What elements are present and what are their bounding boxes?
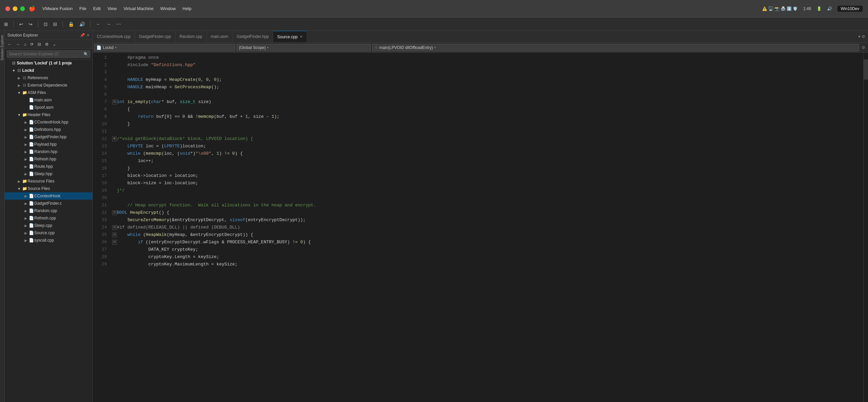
tab-source-cpp[interactable]: Source.cpp ✕ bbox=[273, 31, 307, 42]
settings-toolbar-icon[interactable]: ⚙ bbox=[860, 45, 867, 51]
se-refresh-btn[interactable]: ⟳ bbox=[29, 41, 35, 48]
list-item[interactable]: ▶ 📄 Random.hpp bbox=[5, 148, 92, 155]
fold-button[interactable]: ⊞ bbox=[112, 137, 117, 141]
file-icon: 📄 bbox=[28, 98, 34, 102]
code-editor[interactable]: #pragma once #include "Definitions.hpp" … bbox=[110, 53, 863, 402]
toolbar-forward[interactable]: ↪ bbox=[27, 20, 34, 28]
scope-dropdown-3[interactable]: ⊹ main(LPVOID dllOffloadEntry) ▾ bbox=[372, 44, 859, 51]
list-item[interactable]: ▼ 📁 Header Files bbox=[5, 111, 92, 119]
toolbar-left[interactable]: ← bbox=[95, 20, 102, 28]
list-item[interactable]: ▶ 📄 Payload.hpp bbox=[5, 141, 92, 148]
chevron-down-icon: ▼ bbox=[17, 187, 22, 191]
tab-gadgetfinderhpp[interactable]: GadgetFinder.hpp bbox=[232, 31, 273, 42]
code-token: )location; bbox=[180, 143, 206, 150]
toolbar-lock[interactable]: 🔒 bbox=[67, 20, 75, 28]
tab-random[interactable]: Random.cpp bbox=[175, 31, 207, 42]
toolbar-icon-3[interactable]: ⊟ bbox=[52, 20, 58, 28]
list-item[interactable]: 📄 main.asm bbox=[5, 96, 92, 104]
window-controls[interactable] bbox=[5, 6, 25, 11]
scope-dropdown-2[interactable]: (Global Scope) ▾ bbox=[237, 44, 371, 51]
tab-gadgetfinder[interactable]: GadgetFinder.cpp bbox=[135, 31, 175, 42]
fold-button[interactable]: ⊟ bbox=[112, 210, 117, 215]
list-item[interactable]: ▶ 📄 Definitions.hpp bbox=[5, 126, 92, 133]
close-button[interactable] bbox=[5, 6, 10, 11]
list-item[interactable]: ▶ 📄 Refresh.hpp bbox=[5, 155, 92, 163]
se-settings-btn[interactable]: ⚙ bbox=[43, 41, 51, 48]
toolbar-sound[interactable]: 🔊 bbox=[78, 20, 86, 28]
code-line: // Heap encrypt function. Walk all alloc… bbox=[110, 202, 863, 209]
scrollbar-track[interactable] bbox=[863, 53, 868, 402]
menu-edit[interactable]: Edit bbox=[93, 6, 100, 11]
editor-area: CContextHook.cpp GadgetFinder.cpp Random… bbox=[93, 31, 868, 402]
toolbar-more[interactable]: ⋯ bbox=[115, 20, 122, 28]
menu-virtual-machine[interactable]: Virtual Machine bbox=[124, 6, 154, 11]
list-item[interactable]: ⊟ Solution 'Lockd' (1 of 1 proje bbox=[5, 59, 92, 67]
scope-dropdown-1[interactable]: 📄 Lockd ▾ bbox=[94, 44, 235, 51]
list-item[interactable]: ▶ 📄 syscall.cpp bbox=[5, 237, 92, 244]
menu-help[interactable]: Help bbox=[182, 6, 191, 11]
tab-ccontexthook[interactable]: CContextHook.cpp bbox=[93, 31, 135, 42]
list-item[interactable]: ▼ 📁 ASM Files bbox=[5, 89, 92, 96]
list-item[interactable]: ▶ 📄 Route.hpp bbox=[5, 163, 92, 170]
tab-settings-icon[interactable]: ⚙ bbox=[862, 34, 865, 39]
se-tree[interactable]: ⊟ Solution 'Lockd' (1 of 1 proje ▼ ⊡ Loc… bbox=[5, 59, 92, 402]
list-item[interactable]: ▶ 📄 Sleep.hpp bbox=[5, 170, 92, 177]
close-icon[interactable]: ✕ bbox=[86, 33, 90, 38]
list-item[interactable]: ▶ 📄 Refresh.cpp bbox=[5, 214, 92, 222]
code-line: LPBYTE loc = (LPBYTE)location; bbox=[110, 143, 863, 150]
scrollbar-thumb[interactable] bbox=[864, 59, 868, 79]
scope-label-1: Lockd bbox=[103, 45, 114, 50]
file-icon: 📄 bbox=[28, 238, 34, 243]
menu-view[interactable]: View bbox=[107, 6, 117, 11]
list-item[interactable]: ▶ ⊟ External Dependencie bbox=[5, 81, 92, 89]
list-item[interactable]: ▶ 📄 Source.cpp bbox=[5, 229, 92, 237]
tab-mainasm[interactable]: main.asm bbox=[207, 31, 232, 42]
tab-dropdown-icon[interactable]: ▾ bbox=[858, 34, 860, 39]
fold-button[interactable]: ⊟ bbox=[112, 233, 117, 237]
minimize-button[interactable] bbox=[13, 6, 18, 11]
code-line: block->location = location; bbox=[110, 172, 863, 179]
fold-button[interactable]: ⊟ bbox=[112, 225, 117, 230]
list-item[interactable]: ▶ 📄 Sleep.cpp bbox=[5, 222, 92, 229]
toolbar-right[interactable]: → bbox=[105, 20, 112, 28]
code-line: ⊟ if ((entryEncryptDecrypt.wFlags & PROC… bbox=[110, 239, 863, 246]
menu-vmware[interactable]: VMware Fusion bbox=[42, 6, 72, 11]
search-input[interactable] bbox=[7, 50, 90, 58]
se-chevron-btn[interactable]: ⌄ bbox=[51, 41, 58, 48]
se-home-btn[interactable]: ⌂ bbox=[22, 41, 28, 48]
project-icon: ⊡ bbox=[16, 68, 22, 73]
toolbar-icon-1[interactable]: ⊞ bbox=[3, 20, 9, 28]
code-token: 0 bbox=[206, 76, 209, 83]
toolbar-back[interactable]: ↩ bbox=[18, 20, 25, 28]
list-item[interactable]: ▶ 📄 GadgetFinder.c bbox=[5, 200, 92, 207]
list-item[interactable]: ▶ 📄 GadgetFinder.hpp bbox=[5, 133, 92, 141]
fold-button[interactable]: ⊟ bbox=[112, 100, 117, 104]
fold-button[interactable]: ⊟ bbox=[112, 240, 117, 245]
maximize-button[interactable] bbox=[20, 6, 25, 11]
se-back-btn[interactable]: ← bbox=[6, 41, 13, 48]
code-token: cryptoKey.Length = keySize; bbox=[117, 253, 219, 261]
chevron-right-icon: ▶ bbox=[17, 179, 22, 183]
list-item[interactable]: ▼ 📁 Source Files bbox=[5, 185, 92, 192]
mac-volume: 🔊 bbox=[827, 6, 832, 11]
list-item[interactable]: 📄 Spoof.asm bbox=[5, 104, 92, 111]
menu-window[interactable]: Window bbox=[160, 6, 176, 11]
list-item[interactable]: ▼ ⊡ Lockd bbox=[5, 67, 92, 74]
sidebar-tab-label[interactable]: Solution Explorer bbox=[0, 34, 4, 62]
list-item[interactable]: ▶ 📄 CContextHook.hpp bbox=[5, 119, 92, 126]
code-token: cryptoKey.MaximumLength = keySize; bbox=[117, 261, 238, 268]
tab-close-icon[interactable]: ✕ bbox=[300, 35, 303, 39]
se-forward-btn[interactable]: → bbox=[14, 41, 22, 48]
code-line: SecureZeroMemory(&entryEncryptDecrypt, s… bbox=[110, 216, 863, 224]
list-item[interactable]: ▶ ⊟ References bbox=[5, 74, 92, 81]
pin-icon[interactable]: 📌 bbox=[80, 33, 85, 38]
toolbar-icon-2[interactable]: ⊡ bbox=[42, 20, 49, 28]
list-item[interactable]: ▶ 📄 CContextHook bbox=[5, 192, 92, 200]
code-line bbox=[110, 91, 863, 98]
menu-file[interactable]: File bbox=[79, 6, 86, 11]
list-item[interactable]: ▶ 📁 Resource Files bbox=[5, 177, 92, 185]
file-icon: 📄 bbox=[28, 171, 34, 176]
list-item[interactable]: ▶ 📄 Random.cpp bbox=[5, 207, 92, 214]
chevron-right-icon: ▶ bbox=[24, 216, 28, 220]
se-collapse-btn[interactable]: ⊟ bbox=[36, 41, 43, 48]
